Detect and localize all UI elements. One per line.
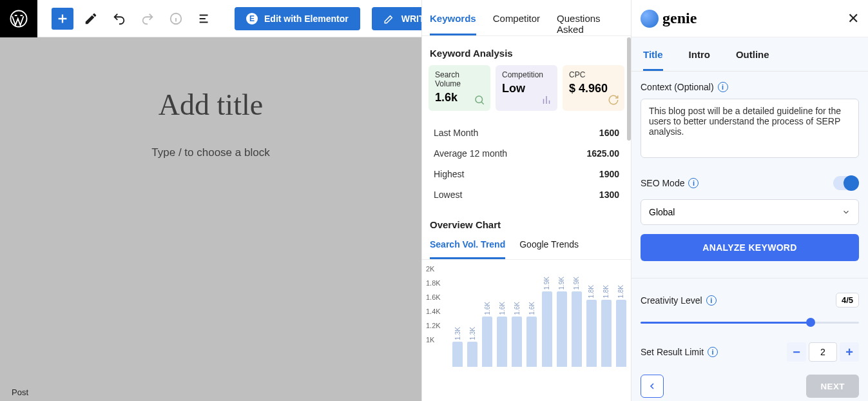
metric-search-volume: Search Volume 1.6k [429, 65, 490, 111]
tab-competitor[interactable]: Competitor [493, 13, 540, 35]
region-select[interactable]: Global [641, 199, 859, 225]
dim-overlay [0, 37, 421, 401]
tab-title[interactable]: Title [643, 49, 663, 71]
info-icon[interactable] [165, 8, 187, 30]
genie-icon [641, 10, 659, 28]
metric-competition: Competition Low [496, 65, 557, 111]
bars-icon [541, 94, 552, 106]
elementor-icon: E [246, 13, 258, 24]
decrement-button[interactable]: − [787, 342, 806, 362]
undo-button[interactable] [108, 8, 130, 30]
refresh-icon [608, 94, 619, 106]
seo-mode-label: SEO Mode i [641, 178, 699, 188]
genie-panel: genie ✕ Title Intro Outline Context (Opt… [632, 0, 868, 401]
result-limit-label: Set Result Limit i [641, 347, 718, 357]
genie-logo: genie [641, 10, 697, 28]
keyword-panel: Keywords Competitor Questions Asked Keyw… [421, 0, 632, 401]
tab-keywords[interactable]: Keywords [430, 13, 476, 35]
tab-intro[interactable]: Intro [689, 49, 710, 71]
chart-tab-search-vol[interactable]: Search Vol. Trend [430, 239, 505, 259]
info-icon[interactable]: i [688, 178, 699, 188]
info-icon[interactable]: i [706, 295, 717, 306]
outline-icon[interactable] [193, 8, 215, 30]
tab-questions[interactable]: Questions Asked [557, 13, 623, 35]
info-icon[interactable]: i [708, 347, 718, 357]
add-block-button[interactable] [52, 8, 73, 30]
search-icon [474, 94, 485, 106]
context-textarea[interactable] [641, 99, 859, 158]
increment-button[interactable]: + [840, 342, 859, 362]
stat-list: Last Month1600 Average 12 month1625.00 H… [422, 111, 631, 208]
close-icon[interactable]: ✕ [847, 10, 859, 27]
tab-outline[interactable]: Outline [736, 49, 769, 71]
edit-icon[interactable] [80, 8, 102, 30]
creativity-slider[interactable] [641, 317, 859, 328]
keyword-analysis-heading: Keyword Analysis [422, 36, 631, 65]
back-button[interactable] [641, 375, 664, 398]
creativity-label: Creativity Level i [641, 295, 717, 306]
chevron-down-icon [842, 208, 851, 217]
context-label: Context (Optional) i [641, 82, 859, 92]
result-limit-input[interactable] [809, 342, 837, 362]
keyword-tabs: Keywords Competitor Questions Asked [422, 0, 631, 36]
svg-point-2 [476, 96, 483, 103]
wordpress-logo[interactable] [0, 0, 37, 37]
elementor-label: Edit with Elementor [264, 14, 349, 24]
search-volume-chart: 2K1.8K1.6K1.4K1.2K1K 1.3K1.3K1.6K1.6K1.6… [422, 260, 631, 369]
next-button[interactable]: NEXT [806, 375, 859, 398]
analyze-keyword-button[interactable]: ANALYZE KEYWORD [641, 234, 859, 261]
overview-chart-heading: Overview Chart [422, 208, 631, 237]
info-icon[interactable]: i [718, 82, 728, 92]
metric-cpc: CPC $ 4.960 [563, 65, 624, 111]
editor-canvas: Add title Type / to choose a block Post [0, 37, 421, 401]
chevron-left-icon [647, 381, 657, 391]
creativity-value: 4/5 [836, 293, 859, 308]
seo-mode-toggle[interactable] [833, 176, 859, 190]
redo-button[interactable] [137, 8, 159, 30]
chart-tab-google-trends[interactable]: Google Trends [519, 239, 579, 259]
result-limit-stepper: − + [787, 342, 859, 362]
edit-elementor-button[interactable]: E Edit with Elementor [235, 7, 360, 30]
